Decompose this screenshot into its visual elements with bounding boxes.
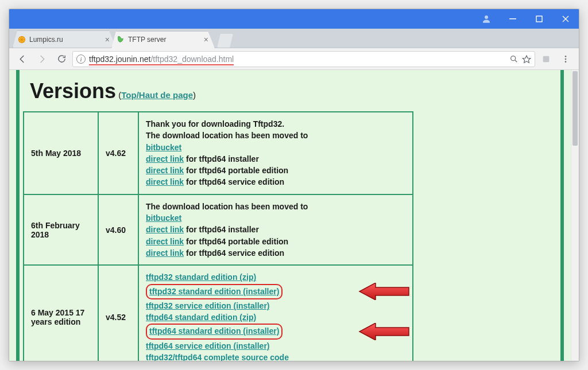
- extensions-button[interactable]: [537, 50, 555, 68]
- browser-window: Lumpics.ru × TFTP server × i tftpd32.jou…: [9, 9, 579, 361]
- download-link[interactable]: tftpd64 standard edition (installer): [149, 326, 279, 336]
- download-link[interactable]: tftpd64 standard edition (zip): [146, 313, 256, 322]
- intro-text: The download location has been moved to: [146, 130, 405, 141]
- svg-point-0: [485, 15, 488, 19]
- download-link[interactable]: direct link: [146, 225, 184, 234]
- page-viewport: Versions (Top/Haut de page) 5th May 2018…: [9, 70, 579, 361]
- address-bar[interactable]: i tftpd32.jounin.net/tftpd32_download.ht…: [72, 51, 535, 67]
- svg-point-8: [511, 56, 516, 60]
- favicon-icon: [18, 36, 26, 44]
- top-of-page-link[interactable]: Top/Haut de page: [121, 90, 193, 100]
- download-link[interactable]: tftpd32 service edition (installer): [146, 301, 270, 310]
- link-suffix: for tftpd64 service edition: [184, 177, 284, 186]
- annotation-highlight-box: tftpd32 standard edition (installer): [146, 284, 283, 299]
- scrollbar-thumb[interactable]: [572, 71, 578, 146]
- link-suffix: for tftpd64 installer: [184, 154, 259, 163]
- vertical-scrollbar[interactable]: [571, 70, 579, 361]
- window-maximize-button[interactable]: [526, 9, 552, 29]
- download-link[interactable]: tftpd32 standard edition (zip): [146, 272, 256, 282]
- annotation-highlight-box: tftpd64 standard edition (installer): [146, 324, 283, 339]
- bookmark-star-icon[interactable]: [522, 54, 531, 64]
- page-heading: Versions: [30, 79, 116, 103]
- page-content-area: Versions (Top/Haut de page) 5th May 2018…: [9, 70, 571, 361]
- browser-toolbar: i tftpd32.jounin.net/tftpd32_download.ht…: [9, 48, 579, 70]
- svg-point-12: [565, 56, 567, 57]
- nav-back-button[interactable]: [14, 50, 31, 68]
- cell-downloads: The download location has been moved to …: [138, 194, 413, 265]
- table-row: 6 May 2015 17 years edition v4.52 tftpd3…: [24, 265, 413, 361]
- download-link[interactable]: direct link: [146, 177, 184, 186]
- download-link[interactable]: direct link: [146, 237, 184, 246]
- new-tab-button[interactable]: [217, 34, 233, 48]
- url-host: tftpd32.jounin.net: [89, 54, 150, 65]
- nav-reload-button[interactable]: [53, 50, 70, 68]
- download-link[interactable]: bitbucket: [146, 143, 181, 152]
- tab-lumpics[interactable]: Lumpics.ru ×: [13, 30, 116, 48]
- cell-version: v4.62: [98, 112, 138, 194]
- download-link[interactable]: tftpd64 service edition (installer): [146, 341, 270, 350]
- svg-point-13: [565, 58, 567, 60]
- window-minimize-button[interactable]: [500, 9, 526, 29]
- cell-downloads: Thank you for downloading Tftpd32. The d…: [138, 112, 413, 194]
- cell-date: 5th May 2018: [24, 112, 98, 194]
- download-link[interactable]: tftpd32 standard edition (installer): [149, 287, 279, 296]
- link-suffix: for tftpd64 portable edition: [184, 237, 288, 246]
- cell-date: 6th February 2018: [24, 194, 98, 265]
- nav-forward-button[interactable]: [33, 50, 51, 68]
- tab-strip: Lumpics.ru × TFTP server ×: [9, 29, 579, 48]
- svg-rect-2: [536, 16, 542, 22]
- svg-marker-10: [523, 56, 530, 63]
- cell-version: v4.52: [98, 265, 138, 361]
- svg-rect-1: [509, 18, 516, 20]
- site-info-icon[interactable]: i: [76, 54, 86, 64]
- cell-version: v4.60: [98, 194, 138, 265]
- download-link[interactable]: direct link: [146, 154, 184, 163]
- download-link[interactable]: tftpd32/tftpd64 complete source code: [146, 353, 289, 361]
- tab-tftp-server[interactable]: TFTP server ×: [111, 31, 215, 48]
- svg-rect-11: [543, 56, 550, 62]
- link-suffix: for tftpd64 service edition: [184, 248, 284, 258]
- annotation-arrow-icon: [358, 283, 410, 300]
- tab-title: Lumpics.ru: [29, 36, 102, 44]
- zoom-icon[interactable]: [509, 54, 519, 64]
- favicon-icon: [117, 36, 125, 44]
- link-suffix: for tftpd64 portable edition: [184, 166, 288, 175]
- download-link[interactable]: direct link: [146, 166, 184, 175]
- window-close-button[interactable]: [552, 9, 579, 29]
- browser-menu-button[interactable]: [557, 50, 574, 68]
- tab-close-icon[interactable]: ×: [204, 35, 208, 44]
- annotation-arrow-icon: [358, 323, 410, 340]
- download-link[interactable]: bitbucket: [146, 213, 181, 223]
- tab-close-icon[interactable]: ×: [105, 35, 110, 44]
- link-suffix: for tftpd64 installer: [184, 225, 259, 234]
- versions-table: 5th May 2018 v4.62 Thank you for downloa…: [23, 111, 413, 361]
- cell-date: 6 May 2015 17 years edition: [24, 265, 98, 361]
- intro-text: Thank you for downloading Tftpd32.: [146, 118, 405, 130]
- url-path: /tftpd32_download.html: [150, 54, 234, 65]
- window-titlebar: [9, 9, 579, 29]
- profile-avatar-button[interactable]: [473, 9, 500, 29]
- download-link[interactable]: direct link: [146, 248, 184, 258]
- cell-downloads: tftpd32 standard edition (zip) tftpd32 s…: [138, 265, 413, 361]
- table-row: 5th May 2018 v4.62 Thank you for downloa…: [24, 112, 413, 194]
- table-row: 6th February 2018 v4.60 The download loc…: [24, 194, 413, 265]
- svg-point-14: [565, 61, 567, 63]
- intro-text: The download location has been moved to: [146, 201, 405, 212]
- svg-line-9: [515, 60, 517, 62]
- tab-title: TFTP server: [128, 36, 200, 44]
